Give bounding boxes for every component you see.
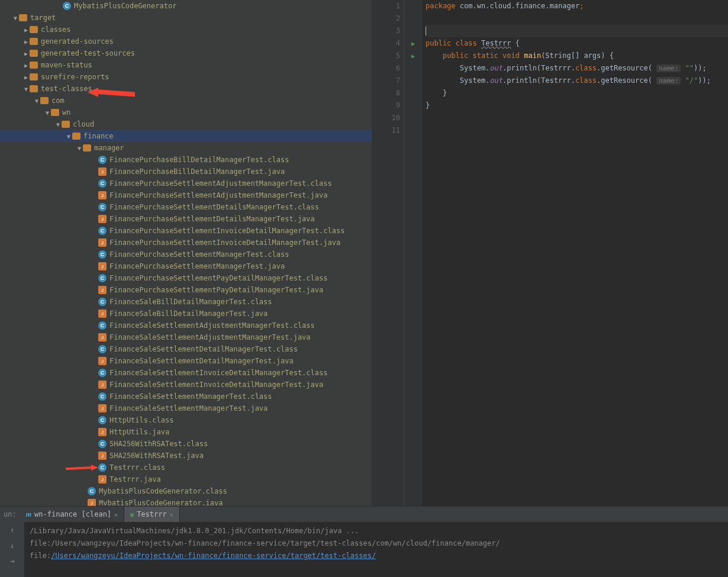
close-icon[interactable]: ✕	[114, 511, 118, 518]
tree-item[interactable]: J FinanceSaleBillDetailManagerTest.java	[0, 308, 372, 320]
file-label: Testrrr.java	[109, 475, 161, 483]
code-editor[interactable]: 123 456 789 1011 ▶ ▶ package com.wn.clou…	[372, 0, 728, 506]
file-label: SHA256WithRSATest.java	[109, 452, 204, 460]
tree-item[interactable]: C FinanceSaleBillDetailManagerTest.class	[0, 296, 372, 308]
tab-testrrr[interactable]: ▣ Testrrr ✕	[124, 507, 180, 522]
tree-item[interactable]: C FinanceSaleSettlementAdjustmentManager…	[0, 320, 372, 331]
twistie-icon[interactable]: ▶	[22, 62, 30, 69]
file-label: FinancePurchaseSettlementManagerTest.jav…	[109, 262, 285, 270]
wrap-icon[interactable]: ⇥	[5, 555, 20, 567]
run-gutter-icon[interactable]: ▶	[404, 37, 422, 50]
twistie-icon[interactable]: ▶	[22, 27, 30, 33]
twistie-icon[interactable]: ▼	[33, 98, 40, 104]
folder-label: maven-status	[41, 61, 92, 69]
twistie-icon[interactable]: ▼	[65, 133, 72, 140]
tree-item[interactable]: J FinanceSaleSettlementDetailManagerTest…	[0, 355, 372, 367]
tree-item[interactable]: C FinancePurchaseSettlementPayDetailMana…	[0, 272, 372, 284]
tree-item[interactable]: J FinancePurchaseSettlementManagerTest.j…	[0, 260, 372, 272]
tree-item[interactable]: ▼ finance	[0, 130, 372, 142]
folder-icon	[30, 38, 38, 45]
up-arrow-icon[interactable]: ↑	[5, 524, 20, 536]
tree-item[interactable]: C FinanceSaleSettlementInvoiceDetailMana…	[0, 367, 372, 379]
project-tree[interactable]: C MybatisPlusCodeGenerator ▼ target ▶ cl…	[0, 0, 372, 506]
tree-item[interactable]: C Testrrr.class	[0, 462, 372, 473]
folder-label: generated-sources	[41, 37, 114, 46]
tree-item[interactable]: C FinancePurchaseSettlementInvoiceDetail…	[0, 225, 372, 237]
tree-item[interactable]: ▼ test-classes	[0, 83, 372, 95]
tree-item[interactable]: C FinancePurchaseBillDetailManagerTest.c…	[0, 154, 372, 166]
tab-clean[interactable]: m wn-finance [clean] ✕	[20, 507, 124, 522]
tree-item[interactable]: ▶ maven-status	[0, 59, 372, 71]
folder-label: generated-test-sources	[41, 49, 135, 57]
tree-item[interactable]: ▶ surefire-reports	[0, 71, 372, 83]
tree-item[interactable]: ▶ generated-test-sources	[0, 47, 372, 59]
tree-item[interactable]: C MybatisPlusCodeGenerator	[0, 0, 372, 12]
file-label: FinanceSaleSettlementAdjustmentManagerTe…	[109, 333, 311, 341]
class-icon: C	[98, 274, 107, 282]
file-label: FinanceSaleSettlementDetailManagerTest.c…	[109, 345, 298, 353]
class-icon: C	[98, 416, 107, 424]
file-label: HttpUtils.java	[109, 428, 169, 436]
tree-item[interactable]: C FinancePurchaseSettlementAdjustmentMan…	[0, 178, 372, 189]
tree-item[interactable]: J FinanceSaleSettlementInvoiceDetailMana…	[0, 379, 372, 391]
class-icon: C	[98, 250, 107, 259]
java-icon: J	[98, 404, 107, 412]
tree-item[interactable]: C HttpUtils.class	[0, 414, 372, 426]
class-icon: C	[98, 463, 107, 472]
tree-item[interactable]: ▶ generated-sources	[0, 36, 372, 47]
tree-item[interactable]: ▶ classes	[0, 24, 372, 36]
tree-item[interactable]: ▼ wn	[0, 107, 372, 118]
tree-item[interactable]: J FinancePurchaseSettlementPayDetailMana…	[0, 284, 372, 296]
twistie-icon[interactable]: ▼	[44, 109, 51, 116]
file-label: FinancePurchaseSettlementAdjustmentManag…	[109, 179, 332, 188]
tree-item[interactable]: C FinanceSaleSettlementManagerTest.class	[0, 391, 372, 402]
java-icon: J	[98, 475, 107, 483]
console-link[interactable]: /Users/wangzeyu/IdeaProjects/wn-finance/…	[51, 552, 376, 560]
twistie-icon[interactable]: ▼	[12, 15, 19, 21]
java-icon: J	[98, 333, 107, 341]
tree-item[interactable]: J HttpUtils.java	[0, 426, 372, 438]
tree-item[interactable]: C MybatisPlusCodeGenerator.class	[0, 485, 372, 497]
file-label: FinanceSaleSettlementAdjustmentManagerTe…	[109, 321, 315, 330]
tree-item[interactable]: C FinancePurchaseSettlementDetailsManage…	[0, 201, 372, 213]
tree-item[interactable]: ▼ com	[0, 95, 372, 107]
tree-item[interactable]: C FinancePurchaseSettlementManagerTest.c…	[0, 249, 372, 260]
twistie-icon[interactable]: ▼	[76, 145, 83, 151]
tree-item[interactable]: ▼ cloud	[0, 118, 372, 130]
folder-icon	[51, 109, 59, 116]
twistie-icon[interactable]: ▼	[54, 121, 62, 128]
tree-item[interactable]: C SHA256WithRSATest.class	[0, 438, 372, 450]
twistie-icon[interactable]: ▼	[22, 86, 30, 92]
tree-item[interactable]: J FinanceSaleSettlementManagerTest.java	[0, 402, 372, 414]
tree-item[interactable]: J SHA256WithRSATest.java	[0, 450, 372, 462]
folder-label: classes	[41, 25, 71, 34]
file-label: FinancePurchaseSettlementManagerTest.cla…	[109, 250, 289, 259]
code-area[interactable]: package com.wn.cloud.finance.manager; pu…	[422, 0, 728, 506]
tree-item[interactable]: J FinancePurchaseSettlementInvoiceDetail…	[0, 237, 372, 249]
run-gutter-icon[interactable]: ▶	[404, 50, 422, 62]
tree-item[interactable]: C FinanceSaleSettlementDetailManagerTest…	[0, 343, 372, 355]
tree-item[interactable]: J FinancePurchaseBillDetailManagerTest.j…	[0, 166, 372, 178]
run-label: un:	[0, 507, 20, 522]
console-panel: ↑ ↓ ⇥ /Library/Java/JavaVirtualMachines/…	[0, 522, 728, 577]
folder-icon	[30, 26, 38, 33]
console-output[interactable]: /Library/Java/JavaVirtualMachines/jdk1.8…	[25, 522, 728, 577]
class-icon: C	[98, 369, 107, 377]
twistie-icon[interactable]: ▶	[22, 38, 30, 45]
tree-item[interactable]: J MvbatisPlusCodeGenerator.iava	[0, 497, 372, 506]
folder-icon	[30, 62, 38, 69]
tree-item[interactable]: J FinancePurchaseSettlementDetailsManage…	[0, 213, 372, 225]
tree-item[interactable]: ▼ target	[0, 12, 372, 24]
twistie-icon[interactable]: ▶	[22, 74, 30, 80]
file-label: FinancePurchaseSettlementDetailsManagerT…	[109, 215, 315, 223]
file-label: FinancePurchaseBillDetailManagerTest.cla…	[109, 156, 289, 164]
tree-item[interactable]: ▼ manager	[0, 142, 372, 154]
twistie-icon[interactable]: ▶	[22, 50, 30, 57]
tree-item[interactable]: J FinancePurchaseSettlementAdjustmentMan…	[0, 189, 372, 201]
tree-item[interactable]: J FinanceSaleSettlementAdjustmentManager…	[0, 331, 372, 343]
tree-item[interactable]: J Testrrr.java	[0, 473, 372, 485]
close-icon[interactable]: ✕	[170, 511, 173, 518]
class-icon: C	[63, 2, 71, 10]
down-arrow-icon[interactable]: ↓	[5, 540, 20, 552]
class-icon: C	[98, 321, 107, 330]
